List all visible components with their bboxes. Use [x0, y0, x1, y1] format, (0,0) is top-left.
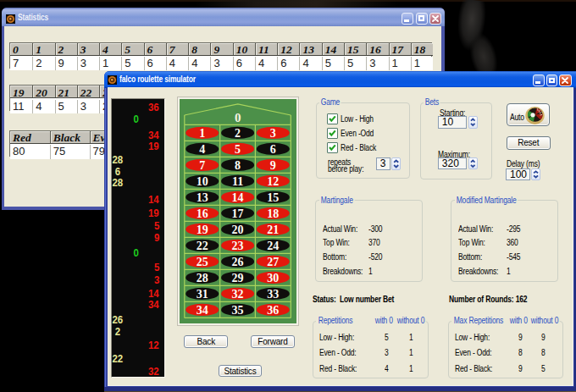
- svg-text:9: 9: [270, 158, 276, 171]
- svg-text:5: 5: [235, 142, 241, 155]
- svg-text:0: 0: [235, 110, 241, 124]
- svg-text:30: 30: [267, 271, 279, 284]
- svg-text:2: 2: [235, 126, 241, 139]
- svg-text:28: 28: [196, 271, 208, 284]
- svg-text:21: 21: [267, 223, 279, 235]
- svg-text:3: 3: [270, 126, 276, 139]
- svg-text:36: 36: [267, 303, 279, 316]
- svg-text:18: 18: [267, 207, 279, 219]
- svg-text:11: 11: [232, 174, 243, 187]
- svg-text:16: 16: [196, 207, 208, 219]
- svg-text:35: 35: [231, 303, 243, 316]
- svg-text:14: 14: [231, 190, 243, 203]
- svg-text:13: 13: [196, 190, 208, 203]
- svg-text:26: 26: [231, 255, 243, 268]
- svg-text:25: 25: [196, 255, 208, 268]
- svg-text:15: 15: [267, 190, 279, 203]
- svg-text:4: 4: [199, 142, 205, 155]
- svg-text:6: 6: [270, 142, 276, 155]
- svg-text:22: 22: [196, 239, 208, 251]
- svg-text:19: 19: [196, 223, 208, 235]
- svg-text:34: 34: [196, 303, 208, 316]
- svg-text:31: 31: [196, 287, 208, 300]
- svg-text:8: 8: [235, 158, 241, 171]
- svg-text:20: 20: [231, 223, 243, 235]
- svg-text:32: 32: [231, 287, 243, 300]
- svg-text:33: 33: [267, 287, 279, 300]
- svg-text:17: 17: [231, 207, 243, 219]
- svg-text:23: 23: [231, 239, 243, 251]
- svg-text:10: 10: [196, 174, 208, 187]
- svg-text:12: 12: [267, 174, 279, 187]
- svg-text:7: 7: [199, 158, 205, 171]
- svg-text:29: 29: [231, 271, 243, 284]
- svg-text:27: 27: [267, 255, 279, 268]
- svg-text:1: 1: [199, 126, 205, 139]
- svg-text:24: 24: [267, 239, 279, 251]
